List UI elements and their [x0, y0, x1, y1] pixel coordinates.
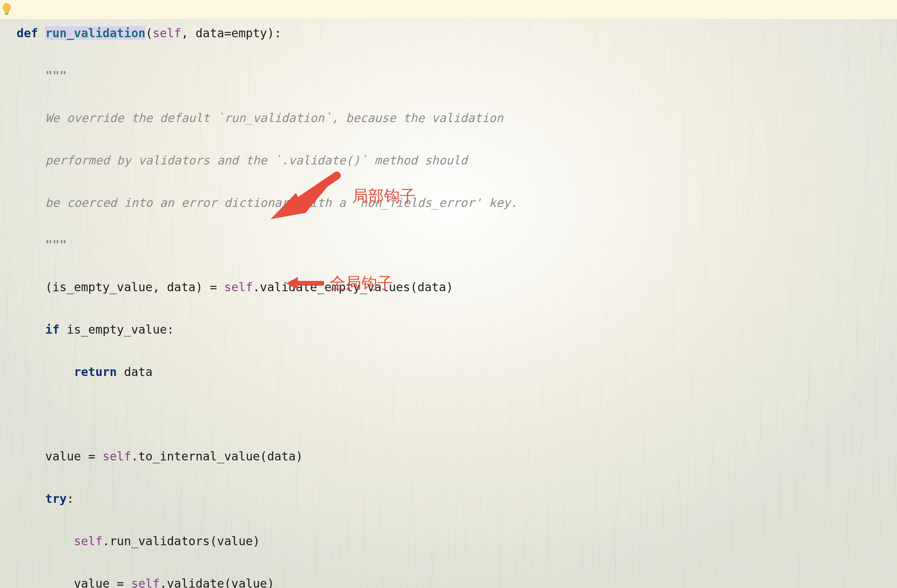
docstring-quote: """	[45, 69, 67, 82]
annotation-label: 全局钩子	[330, 269, 393, 297]
assign-left: value =	[45, 449, 103, 463]
sig-open: (	[145, 26, 153, 40]
keyword-self: self	[224, 280, 253, 294]
code-line[interactable]: performed by validators and the `.valida…	[17, 150, 897, 171]
keyword-self: self	[131, 577, 160, 588]
assign-left: value =	[74, 577, 132, 588]
code-line[interactable]: value = self.to_internal_value(data)	[17, 446, 897, 467]
docstring-line: We override the default `run_validation`…	[45, 111, 503, 125]
code-line[interactable]: def run_validation(self, data=empty):	[17, 23, 897, 44]
docstring-quote: """	[45, 238, 67, 252]
svg-marker-3	[286, 277, 298, 290]
keyword-try: try	[45, 492, 67, 506]
code-line[interactable]: try:	[17, 488, 897, 509]
assign-left: (is_empty_value, data) =	[45, 280, 224, 294]
try-colon: :	[67, 492, 74, 506]
sig-rest: , data=empty):	[181, 26, 281, 40]
keyword-return: return	[74, 365, 117, 379]
keyword-if: if	[45, 323, 59, 336]
code-editor[interactable]: def run_validation(self, data=empty): ""…	[0, 0, 897, 588]
code-line[interactable]: """	[17, 234, 897, 255]
if-cond: is_empty_value:	[59, 323, 174, 336]
annotation-local-hook: 局部钩子	[267, 168, 416, 224]
keyword-self: self	[74, 534, 103, 548]
arrow-icon	[267, 168, 347, 224]
arrow-icon	[286, 275, 324, 292]
keyword-self: self	[153, 26, 181, 40]
keyword-self: self	[103, 449, 131, 463]
keyword-def: def	[17, 26, 38, 40]
code-line[interactable]: be coerced into an error dictionary with…	[17, 192, 897, 213]
code-line[interactable]: value = self.validate(value)	[17, 573, 897, 588]
code-line[interactable]: We override the default `run_validation`…	[17, 107, 897, 128]
call-to-internal-value: .to_internal_value(data)	[131, 449, 303, 463]
svg-rect-0	[5, 13, 8, 15]
lightbulb-icon[interactable]	[2, 2, 12, 16]
code-line[interactable]	[17, 403, 897, 424]
function-name-selected[interactable]: run_validation	[45, 26, 145, 40]
docstring-line: performed by validators and the `.valida…	[45, 153, 468, 167]
call-validate: .validate(value)	[160, 577, 274, 588]
return-value: data	[117, 365, 153, 379]
code-line[interactable]: return data	[17, 361, 897, 382]
annotation-global-hook: 全局钩子	[286, 269, 393, 297]
annotation-label: 局部钩子	[352, 182, 416, 210]
code-line[interactable]: """	[17, 65, 897, 86]
code-line[interactable]: if is_empty_value:	[17, 319, 897, 340]
code-line[interactable]: (is_empty_value, data) = self.validate_e…	[17, 277, 897, 298]
call-run-validators: .run_validators(value)	[103, 534, 260, 548]
code-line[interactable]: self.run_validators(value)	[17, 531, 897, 552]
